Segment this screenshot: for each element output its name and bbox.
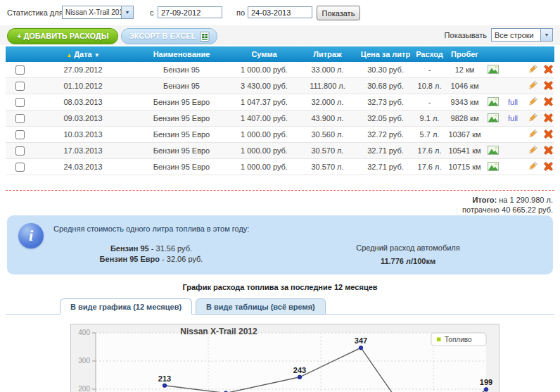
pencil-icon[interactable] xyxy=(528,161,537,171)
picture-icon[interactable] xyxy=(488,162,499,171)
delete-cross-icon[interactable] xyxy=(544,65,553,74)
add-expenses-button[interactable]: + ДОБАВИТЬ РАСХОДЫ xyxy=(7,28,118,44)
picture-icon[interactable] xyxy=(488,97,499,106)
pencil-icon[interactable] xyxy=(528,80,537,90)
sort-desc-icon[interactable]: ▼ xyxy=(94,52,100,58)
picture-icon[interactable] xyxy=(488,113,499,122)
pencil-icon[interactable] xyxy=(528,129,537,139)
cell-odometer: 10367 км xyxy=(445,127,484,143)
cell-edit xyxy=(523,94,542,110)
header-odometer[interactable]: Пробег xyxy=(445,46,484,62)
cell-name: Бензин 95 Евро xyxy=(132,159,231,175)
full-link[interactable]: full xyxy=(508,98,518,106)
sort-asc-icon[interactable]: ▲ xyxy=(66,52,72,58)
cell-sum: 1 000.00 руб. xyxy=(231,159,298,175)
dashed-separator xyxy=(6,190,554,191)
cell-checkbox xyxy=(6,110,34,127)
vehicle-select[interactable]: Nissan X-Trail 2012 ▼ xyxy=(62,6,134,19)
header-name[interactable]: Наименование xyxy=(132,46,231,62)
svg-text:Топливо: Топливо xyxy=(445,336,472,343)
totals-spent: потрачено 40 665.22 руб. xyxy=(462,205,553,215)
cell-price: 32.72 руб. xyxy=(357,127,414,143)
row-checkbox[interactable] xyxy=(15,163,25,172)
cell-odometer: 10541 км xyxy=(445,143,484,159)
date-from-input[interactable] xyxy=(158,6,222,18)
delete-cross-icon[interactable] xyxy=(544,146,553,155)
cell-odometer: 9343 км xyxy=(445,94,484,110)
cell-full-link xyxy=(502,143,523,159)
row-checkbox[interactable] xyxy=(15,130,25,139)
header-price[interactable]: Цена за литр xyxy=(357,46,414,62)
cell-consumption: - xyxy=(414,62,445,78)
info-icon: i xyxy=(18,223,44,248)
pencil-icon[interactable] xyxy=(528,96,537,106)
cell-delete xyxy=(542,78,554,94)
cell-name: Бензин 95 Евро xyxy=(132,110,231,127)
cell-consumption: - xyxy=(414,94,445,110)
cell-checkbox xyxy=(6,94,34,110)
cell-chart-icon xyxy=(484,62,502,78)
header-date[interactable]: ▲ Дата ▼ xyxy=(34,46,132,62)
pencil-icon[interactable] xyxy=(528,64,537,74)
cell-checkbox xyxy=(6,78,34,94)
export-excel-button[interactable]: ЭКСОРТ В EXCEL xyxy=(121,28,217,44)
picture-icon[interactable] xyxy=(488,146,499,155)
row-checkbox[interactable] xyxy=(15,82,25,91)
fuel-prices: Бензин 95 - 31.56 руб. Бензин 95 Евро - … xyxy=(56,244,246,265)
cell-name: Бензин 95 xyxy=(132,78,231,94)
cell-edit xyxy=(523,143,542,159)
table-row: 24.03.2013Бензин 95 Евро1 000.00 руб.30.… xyxy=(6,159,554,175)
cell-date: 17.03.2013 xyxy=(34,143,132,159)
tab-table-view[interactable]: В виде таблицы (всё время) xyxy=(196,298,326,315)
delete-cross-icon[interactable] xyxy=(544,162,553,171)
cell-sum: 3 430.00 руб. xyxy=(231,78,298,94)
cell-consumption: 9.1 л. xyxy=(414,110,445,127)
cell-full-link: full xyxy=(502,94,523,110)
picture-icon[interactable] xyxy=(488,65,499,74)
cell-consumption: 5.7 л. xyxy=(414,127,445,143)
row-checkbox[interactable] xyxy=(15,98,25,107)
header-sum[interactable]: Сумма xyxy=(231,46,298,62)
vehicle-select-value: Nissan X-Trail 2012 xyxy=(63,8,121,16)
tab-graph-view[interactable]: В виде графика (12 месяцев) xyxy=(60,298,192,315)
date-to-input[interactable] xyxy=(248,6,312,18)
delete-cross-icon[interactable] xyxy=(544,81,553,90)
cell-checkbox xyxy=(6,159,34,175)
delete-cross-icon[interactable] xyxy=(544,97,553,106)
delete-cross-icon[interactable] xyxy=(544,113,553,122)
cell-full-link xyxy=(502,62,523,78)
cell-odometer: 9828 км xyxy=(445,110,484,127)
cell-edit xyxy=(523,127,542,143)
svg-text:213: 213 xyxy=(158,374,171,383)
table-row: 09.03.2013Бензин 95 Евро1 407.00 руб.43.… xyxy=(6,110,554,127)
cell-edit xyxy=(523,159,542,175)
chart-section-heading: График расхода топлива за последние 12 м… xyxy=(0,283,560,291)
rows-filter-value: Все строки xyxy=(492,31,540,39)
cell-delete xyxy=(542,127,554,143)
cell-liters: 30.560 л. xyxy=(298,127,357,143)
header-consumption[interactable]: Расход xyxy=(414,46,445,62)
row-checkbox[interactable] xyxy=(15,146,25,156)
svg-text:199: 199 xyxy=(480,378,492,386)
fuel-statistics-page: Статистика для Nissan X-Trail 2012 ▼ с п… xyxy=(0,0,560,392)
cell-liters: 32.000 л. xyxy=(298,94,357,110)
cell-liters: 33.000 л. xyxy=(298,62,357,78)
fuel-chart: 400300200213243347199Топливо Nissan X-Tr… xyxy=(70,324,499,392)
full-link[interactable]: full xyxy=(508,114,518,122)
rows-filter-select[interactable]: Все строки ▼ xyxy=(491,28,553,42)
cell-chart-icon xyxy=(484,94,502,110)
cell-name: Бензин 95 Евро xyxy=(132,94,231,110)
cell-liters: 43.900 л. xyxy=(298,110,357,127)
row-checkbox[interactable] xyxy=(15,114,25,123)
cell-odometer: 10715 км xyxy=(445,159,484,175)
cell-delete xyxy=(542,94,554,110)
pencil-icon[interactable] xyxy=(528,145,537,155)
pencil-icon[interactable] xyxy=(528,113,537,122)
header-liters[interactable]: Литраж xyxy=(298,46,357,62)
cell-price: 32.71 руб. xyxy=(357,159,414,175)
show-button[interactable]: Показать xyxy=(317,6,360,20)
header-checkbox-col xyxy=(6,46,34,62)
cell-consumption: 17.6 л. xyxy=(414,159,445,175)
row-checkbox[interactable] xyxy=(15,65,25,75)
delete-cross-icon[interactable] xyxy=(544,129,553,139)
